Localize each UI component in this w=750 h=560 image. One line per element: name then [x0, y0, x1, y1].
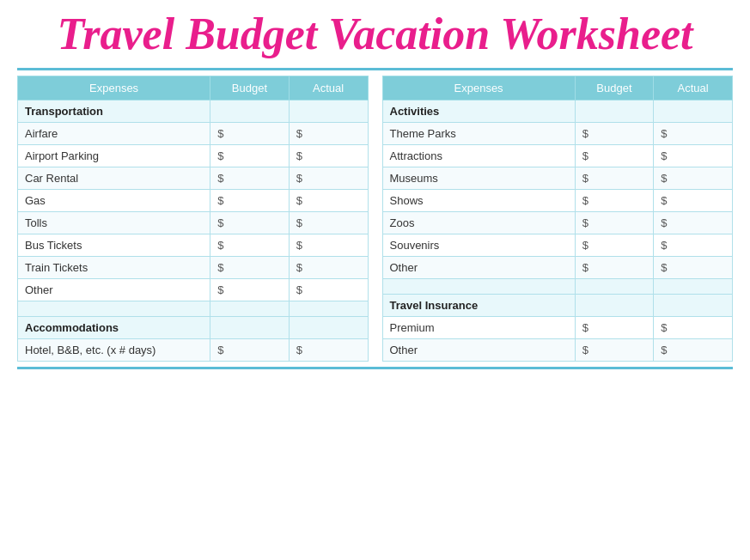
- cell-budget: $: [210, 123, 290, 145]
- cell-expenses: Zoos: [382, 212, 575, 234]
- table-row: Accommodations: [18, 317, 369, 339]
- cell-actual: [289, 100, 368, 123]
- cell-expenses: Bus Tickets: [18, 234, 210, 257]
- cell-budget: $: [210, 145, 290, 167]
- cell-expenses: [382, 279, 575, 295]
- cell-budget: $: [575, 190, 654, 212]
- table-row: Theme Parks$$: [382, 123, 733, 145]
- table-row: [18, 301, 369, 317]
- cell-budget: $: [575, 257, 654, 279]
- table-row: Tolls$$: [18, 212, 369, 234]
- cell-expenses: Car Rental: [18, 167, 210, 190]
- cell-expenses: Travel Insurance: [382, 295, 575, 317]
- cell-expenses: Museums: [382, 167, 575, 190]
- cell-budget: [575, 100, 654, 123]
- left-header-budget: Budget: [210, 76, 290, 100]
- cell-expenses: Other: [382, 257, 575, 279]
- cell-expenses: Train Tickets: [18, 257, 210, 279]
- bottom-border: [17, 367, 733, 369]
- tables-wrapper: Expenses Budget Actual TransportationAir…: [17, 76, 733, 362]
- table-row: Premium$$: [382, 317, 733, 339]
- cell-actual: $: [289, 123, 368, 145]
- cell-actual: $: [289, 167, 368, 190]
- cell-actual: $: [289, 279, 368, 301]
- table-row: Bus Tickets$$: [18, 234, 369, 257]
- table-row: Hotel, B&B, etc. (x # days)$$: [18, 339, 369, 362]
- left-header-expenses: Expenses: [18, 76, 210, 100]
- cell-budget: $: [575, 145, 654, 167]
- top-border: [17, 68, 733, 70]
- cell-budget: $: [575, 234, 654, 257]
- right-table-section: Expenses Budget Actual ActivitiesTheme P…: [382, 76, 734, 362]
- right-header-expenses: Expenses: [382, 76, 575, 100]
- table-row: Car Rental$$: [18, 167, 369, 190]
- cell-expenses: Premium: [382, 317, 575, 339]
- cell-expenses: Hotel, B&B, etc. (x # days): [18, 339, 210, 362]
- table-row: Travel Insurance: [382, 295, 733, 317]
- right-header-budget: Budget: [575, 76, 654, 100]
- left-table-section: Expenses Budget Actual TransportationAir…: [17, 76, 369, 362]
- cell-expenses: Airport Parking: [18, 145, 210, 167]
- cell-actual: [289, 317, 368, 339]
- cell-expenses: Souvenirs: [382, 234, 575, 257]
- cell-expenses: Activities: [382, 100, 575, 123]
- cell-expenses: Other: [382, 339, 575, 362]
- cell-actual: $: [654, 145, 733, 167]
- right-header-actual: Actual: [654, 76, 733, 100]
- cell-expenses: Tolls: [18, 212, 210, 234]
- cell-actual: $: [654, 167, 733, 190]
- cell-expenses: Accommodations: [18, 317, 210, 339]
- table-row: Museums$$: [382, 167, 733, 190]
- cell-expenses: Other: [18, 279, 210, 301]
- cell-budget: $: [210, 212, 290, 234]
- cell-actual: $: [654, 234, 733, 257]
- cell-budget: $: [210, 257, 290, 279]
- table-row: Other$$: [382, 339, 733, 362]
- cell-budget: [575, 295, 654, 317]
- table-row: Attractions$$: [382, 145, 733, 167]
- cell-expenses: Attractions: [382, 145, 575, 167]
- cell-actual: $: [654, 190, 733, 212]
- table-row: Activities: [382, 100, 733, 123]
- cell-actual: $: [654, 123, 733, 145]
- cell-budget: [210, 301, 290, 317]
- cell-budget: $: [575, 317, 654, 339]
- cell-expenses: [18, 301, 210, 317]
- cell-actual: [289, 301, 368, 317]
- table-row: Transportation: [18, 100, 369, 123]
- cell-budget: $: [210, 167, 290, 190]
- cell-budget: $: [210, 234, 290, 257]
- cell-expenses: Gas: [18, 190, 210, 212]
- cell-budget: $: [210, 279, 290, 301]
- table-row: Shows$$: [382, 190, 733, 212]
- cell-actual: $: [654, 257, 733, 279]
- cell-budget: $: [575, 123, 654, 145]
- cell-actual: $: [654, 317, 733, 339]
- cell-actual: $: [289, 257, 368, 279]
- cell-budget: [575, 279, 654, 295]
- cell-actual: $: [289, 339, 368, 362]
- table-row: Gas$$: [18, 190, 369, 212]
- cell-budget: [210, 317, 290, 339]
- table-row: Zoos$$: [382, 212, 733, 234]
- cell-expenses: Transportation: [18, 100, 210, 123]
- right-table: Expenses Budget Actual ActivitiesTheme P…: [382, 76, 734, 362]
- table-row: Souvenirs$$: [382, 234, 733, 257]
- cell-actual: $: [289, 190, 368, 212]
- table-row: Other$$: [18, 279, 369, 301]
- table-row: Airfare$$: [18, 123, 369, 145]
- cell-budget: $: [575, 167, 654, 190]
- table-row: Airport Parking$$: [18, 145, 369, 167]
- table-row: Train Tickets$$: [18, 257, 369, 279]
- cell-actual: [654, 279, 733, 295]
- table-row: [382, 279, 733, 295]
- cell-actual: $: [289, 234, 368, 257]
- cell-actual: [654, 100, 733, 123]
- cell-actual: $: [654, 339, 733, 362]
- cell-budget: $: [210, 339, 290, 362]
- cell-expenses: Theme Parks: [382, 123, 575, 145]
- table-row: Other$$: [382, 257, 733, 279]
- cell-actual: $: [289, 212, 368, 234]
- cell-actual: $: [654, 212, 733, 234]
- left-header-actual: Actual: [289, 76, 368, 100]
